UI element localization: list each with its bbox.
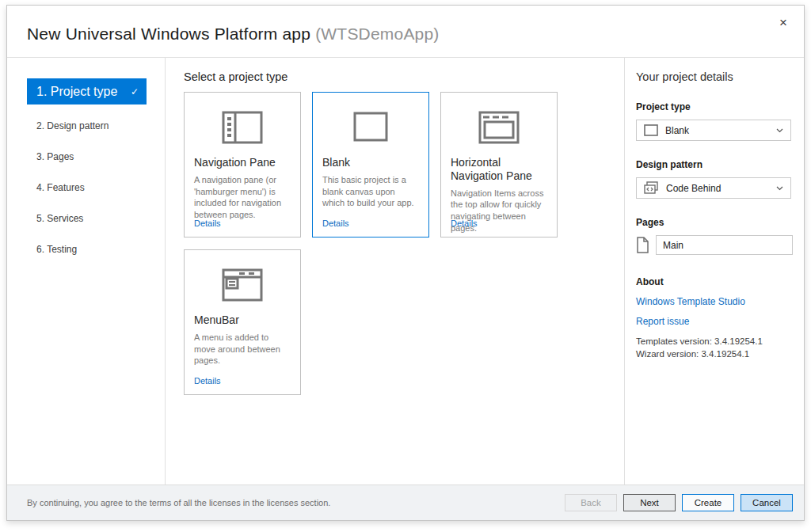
page-name-input[interactable] bbox=[656, 235, 793, 255]
cards-row-1: Navigation Pane A navigation pane (or 'h… bbox=[184, 92, 624, 238]
card-title: MenuBar bbox=[194, 314, 291, 327]
step-pages[interactable]: 3. Pages bbox=[7, 141, 165, 172]
create-button[interactable]: Create bbox=[682, 494, 734, 511]
back-button: Back bbox=[565, 494, 617, 511]
blank-small-icon bbox=[644, 124, 658, 136]
footer-bar: By continuing, you agree to the terms of… bbox=[7, 484, 804, 520]
report-issue-link[interactable]: Report issue bbox=[636, 316, 791, 327]
page-title: New Universal Windows Platform app (WTSD… bbox=[27, 25, 440, 44]
content-area: 1. Project type ✓ 2. Design pattern 3. P… bbox=[7, 58, 804, 484]
card-navigation-pane[interactable]: Navigation Pane A navigation pane (or 'h… bbox=[184, 92, 301, 238]
details-heading: Your project details bbox=[636, 70, 791, 83]
close-icon[interactable]: × bbox=[774, 13, 793, 32]
main-heading: Select a project type bbox=[184, 70, 624, 83]
chevron-down-icon bbox=[776, 186, 783, 191]
details-link[interactable]: Details bbox=[322, 218, 349, 228]
dialog-title: New Universal Windows Platform app bbox=[27, 25, 310, 43]
blank-icon bbox=[322, 107, 419, 148]
main-panel: Select a project type Navigation P bbox=[166, 58, 625, 484]
card-description: A menu is added to move around between p… bbox=[194, 332, 291, 367]
horizontal-navigation-pane-icon bbox=[451, 107, 547, 148]
project-details-panel: Your project details Project type Blank … bbox=[625, 58, 804, 484]
menubar-icon bbox=[194, 264, 291, 306]
cards-row-2: MenuBar A menu is added to move around b… bbox=[184, 249, 624, 395]
card-menubar[interactable]: MenuBar A menu is added to move around b… bbox=[184, 249, 301, 395]
step-label: 1. Project type bbox=[36, 85, 117, 99]
pages-label: Pages bbox=[636, 217, 791, 228]
card-title: Blank bbox=[322, 156, 419, 169]
step-project-type[interactable]: 1. Project type ✓ bbox=[27, 78, 147, 104]
app-name: (WTSDemoApp) bbox=[315, 25, 439, 43]
project-type-label: Project type bbox=[636, 101, 791, 112]
details-link[interactable]: Details bbox=[194, 376, 221, 386]
project-type-value: Blank bbox=[665, 125, 769, 136]
check-icon: ✓ bbox=[131, 86, 139, 97]
about-label: About bbox=[636, 276, 791, 287]
page-icon bbox=[636, 237, 649, 253]
chevron-down-icon bbox=[776, 128, 783, 133]
design-pattern-label: Design pattern bbox=[636, 159, 791, 170]
next-button[interactable]: Next bbox=[623, 494, 676, 511]
details-link[interactable]: Details bbox=[451, 218, 478, 228]
step-services[interactable]: 5. Services bbox=[7, 203, 165, 234]
version-info: Templates version: 3.4.19254.1 Wizard ve… bbox=[636, 335, 791, 360]
card-description: A navigation pane (or 'hamburger menu') … bbox=[194, 174, 291, 221]
design-pattern-dropdown[interactable]: Code Behind bbox=[636, 177, 791, 199]
windows-template-studio-link[interactable]: Windows Template Studio bbox=[636, 296, 791, 307]
card-description: This basic project is a blank canvas upo… bbox=[322, 174, 419, 210]
wizard-version: Wizard version: 3.4.19254.1 bbox=[636, 348, 791, 360]
project-type-dropdown[interactable]: Blank bbox=[636, 120, 791, 141]
card-title: Horizontal Navigation Pane bbox=[451, 156, 547, 183]
details-link[interactable]: Details bbox=[194, 218, 221, 228]
cancel-button[interactable]: Cancel bbox=[741, 494, 793, 511]
card-title: Navigation Pane bbox=[194, 156, 291, 169]
card-blank[interactable]: Blank This basic project is a blank canv… bbox=[312, 92, 429, 238]
templates-version: Templates version: 3.4.19254.1 bbox=[636, 335, 791, 348]
code-behind-icon bbox=[644, 181, 659, 195]
step-testing[interactable]: 6. Testing bbox=[7, 234, 165, 264]
wizard-dialog: New Universal Windows Platform app (WTSD… bbox=[6, 5, 805, 521]
card-horizontal-navigation-pane[interactable]: Horizontal Navigation Pane Navigation It… bbox=[440, 92, 558, 238]
step-design-pattern[interactable]: 2. Design pattern bbox=[7, 110, 165, 141]
license-text: By continuing, you agree to the terms of… bbox=[27, 498, 558, 507]
pages-row bbox=[636, 235, 791, 255]
step-features[interactable]: 4. Features bbox=[7, 172, 165, 203]
design-pattern-value: Code Behind bbox=[666, 183, 769, 194]
navigation-pane-icon bbox=[194, 107, 291, 148]
titlebar: New Universal Windows Platform app (WTSD… bbox=[7, 6, 804, 58]
step-nav: 1. Project type ✓ 2. Design pattern 3. P… bbox=[7, 58, 166, 484]
